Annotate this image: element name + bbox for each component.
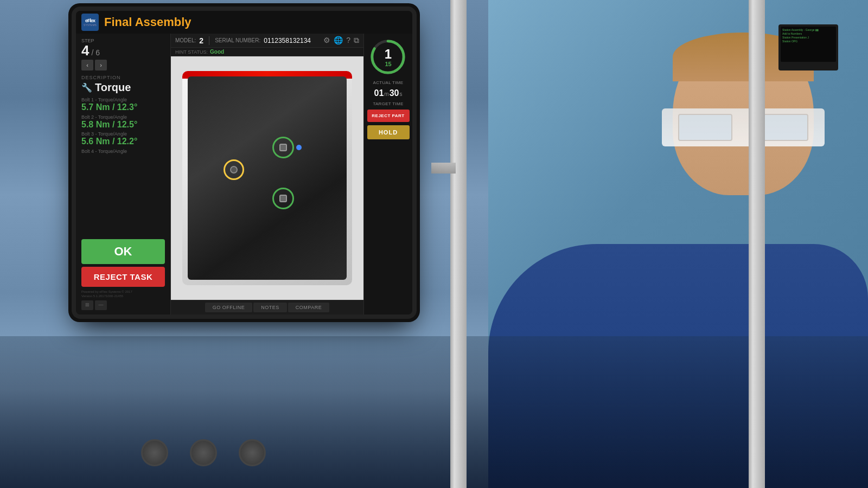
center-top-bar: MODEL: 2 SERIAL NUMBER: 0112358132134 ⚙ … <box>171 34 363 48</box>
cable-grip-3 <box>239 439 266 466</box>
globe-icon[interactable]: 🌐 <box>334 36 343 45</box>
bolt-inner-green-1 <box>279 144 287 151</box>
actual-time-label: ACTUAL TIME <box>373 80 404 85</box>
target-min-unit: m <box>384 91 388 97</box>
model-value: 2 <box>199 36 203 45</box>
page-title: Final Assembly <box>104 15 192 29</box>
second-monitor: Station Assembly - George ▮▮ Add to Numb… <box>778 24 838 70</box>
monitor-outer: eFlex SYSTEMS Final Assembly STEP 4 / 6 … <box>76 11 445 342</box>
notes-button[interactable]: NOTES <box>253 303 287 312</box>
settings-icon[interactable]: ⚙ <box>323 36 330 45</box>
frame-right <box>749 0 765 488</box>
nav-prev-button[interactable]: ‹ <box>81 60 93 70</box>
footer-icons: ⊞ — <box>81 300 165 310</box>
step-separator: / <box>91 48 93 57</box>
status-panel: 1 15 ACTUAL TIME 01 m 30 s TARGET TIME R… <box>363 34 412 314</box>
header-icons: ⚙ 🌐 ? ⧉ <box>323 36 359 45</box>
eflex-logo: eFlex SYSTEMS <box>81 14 99 31</box>
left-panel: STEP 4 / 6 ‹ › DESCRIPTION 🔧 Torque Bolt… <box>76 34 171 314</box>
second-screen-line3: Station Presentation J <box>782 36 834 39</box>
part-body <box>188 76 346 280</box>
hint-status-bar: HINT STATUS: Good <box>171 48 363 56</box>
bolt1-entry: Bolt 1 - Torque/Angle 5.7 Nm / 12.3° <box>81 97 165 112</box>
separator <box>209 36 209 45</box>
step-total: 6 <box>95 48 100 57</box>
bolt2-value: 5.8 Nm / 12.5° <box>81 120 165 130</box>
bolt4-entry: Bolt 4 - Torque/Angle <box>81 149 165 154</box>
target-time-label: TARGET TIME <box>373 101 403 106</box>
bolt2-entry: Bolt 2 - Torque/Angle 5.8 Nm / 12.5° <box>81 114 165 130</box>
center-panel: MODEL: 2 SERIAL NUMBER: 0112358132134 ⚙ … <box>171 34 363 314</box>
bottom-equipment <box>0 336 868 488</box>
bolt3-entry: Bolt 3 - Torque/Angle 5.6 Nm / 12.2° <box>81 131 165 146</box>
wrench-icon: 🔧 <box>81 82 92 93</box>
serial-label: SERIAL NUMBER: <box>215 37 260 43</box>
grid-icon[interactable]: ⊞ <box>81 300 93 310</box>
bolt-indicator-yellow[interactable] <box>224 159 244 180</box>
go-offline-button[interactable]: GO OFFLINE <box>205 303 253 312</box>
bolt1-value: 5.7 Nm / 12.3° <box>81 102 165 112</box>
target-sec-unit: s <box>399 91 402 97</box>
part-image <box>182 71 352 285</box>
blue-dot-indicator <box>296 145 302 150</box>
timer-main-number: 1 <box>385 48 392 61</box>
nav-row: ‹ › <box>81 60 165 70</box>
action-buttons: OK REJECT TASK <box>81 239 165 287</box>
image-area <box>171 56 363 300</box>
step-row: 4 / 6 <box>81 43 165 57</box>
content-row: STEP 4 / 6 ‹ › DESCRIPTION 🔧 Torque Bolt… <box>76 34 412 314</box>
second-screen-line1: Station Assembly - George ▮▮ <box>782 28 834 31</box>
glasses-lens-left <box>678 114 732 141</box>
settings-icon[interactable]: — <box>95 300 107 310</box>
bolt-indicator-green-2[interactable] <box>272 188 294 209</box>
bolt3-label: Bolt 3 - Torque/Angle <box>81 131 165 137</box>
bolt2-label: Bolt 2 - Torque/Angle <box>81 114 165 120</box>
target-seconds: 30 <box>390 88 399 98</box>
second-screen-line4: Station OPG <box>782 40 834 43</box>
bolt-inner-yellow <box>230 166 238 174</box>
step-label: STEP <box>81 38 165 43</box>
desc-value: Torque <box>95 81 131 94</box>
desc-row: 🔧 Torque <box>81 81 165 94</box>
bottom-tabs: GO OFFLINE NOTES COMPARE <box>171 300 363 314</box>
desc-label: DESCRIPTION <box>81 75 165 80</box>
bolt4-label: Bolt 4 - Torque/Angle <box>81 149 165 154</box>
app-panel: eFlex SYSTEMS Final Assembly STEP 4 / 6 … <box>76 11 412 314</box>
bolt-inner-green-2 <box>279 195 287 202</box>
reject-task-button[interactable]: REJECT TASK <box>81 267 165 287</box>
target-time-display: 01 m 30 s <box>374 88 403 98</box>
nav-next-button[interactable]: › <box>95 60 107 70</box>
timer-overlay: 1 15 <box>369 38 408 77</box>
reject-part-button[interactable]: REJECT PART <box>367 110 410 122</box>
timer-superscript: 15 <box>385 61 391 67</box>
ok-button[interactable]: OK <box>81 239 165 264</box>
timer-circle: 1 15 <box>369 38 408 77</box>
cable-grip-2 <box>190 439 217 466</box>
step-current: 4 <box>81 43 89 57</box>
hold-button[interactable]: HOLD <box>367 125 410 139</box>
frame-left <box>450 0 467 488</box>
compare-button[interactable]: COMPARE <box>288 303 329 312</box>
second-monitor-screen: Station Assembly - George ▮▮ Add to Numb… <box>781 27 836 62</box>
safety-glasses <box>662 108 825 146</box>
window-icon[interactable]: ⧉ <box>354 36 359 45</box>
bolt-indicator-green-1[interactable] <box>272 137 294 158</box>
panel-footer: Powered by eFlex Systems © 2017 Version … <box>81 290 165 310</box>
footer-version: Version 5.1.20171000-21455 <box>81 294 165 299</box>
header-bar: eFlex SYSTEMS Final Assembly <box>76 11 412 34</box>
hint-label: HINT STATUS: <box>175 49 208 55</box>
bolt3-value: 5.6 Nm / 12.2° <box>81 137 165 146</box>
logo-systems: SYSTEMS <box>84 23 97 27</box>
bolt1-label: Bolt 1 - Torque/Angle <box>81 97 165 102</box>
cable-grip-1 <box>141 439 168 466</box>
serial-value: 0112358132134 <box>264 37 311 44</box>
second-screen-line2: Add to Numbers <box>782 32 834 35</box>
model-label: MODEL: <box>175 37 196 43</box>
footer-text: Powered by eFlex Systems © 2017 <box>81 290 165 294</box>
cable-grips <box>141 439 266 466</box>
help-icon[interactable]: ? <box>346 36 350 45</box>
logo-e: eFlex <box>85 18 95 23</box>
hint-value: Good <box>210 49 224 55</box>
target-minutes: 01 <box>374 88 384 98</box>
